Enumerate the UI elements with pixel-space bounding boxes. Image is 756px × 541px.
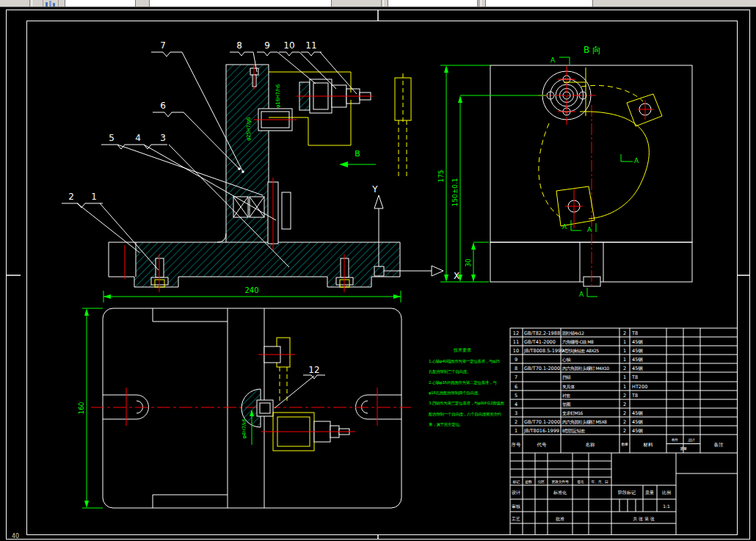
svg-text:束，属于完全定位。: 束，属于完全定位。	[429, 422, 463, 427]
toolbar-combo-color[interactable]	[149, 0, 332, 7]
svg-text:B: B	[355, 149, 360, 159]
svg-text:45钢: 45钢	[632, 428, 643, 434]
svg-text:心轴: 心轴	[561, 357, 571, 363]
svg-text:2: 2	[623, 428, 626, 434]
bom-header-unit: 单件	[671, 437, 678, 442]
svg-text:衬套: 衬套	[562, 393, 571, 399]
side-view-title: B 向	[584, 45, 601, 55]
balloon-4: 4	[135, 133, 141, 143]
svg-text:6: 6	[515, 384, 517, 390]
tb-standardize: 标准化	[553, 490, 567, 495]
tb-date: 年、月、日	[591, 479, 608, 484]
svg-text:GB/T41-2000: GB/T41-2000	[524, 339, 556, 345]
tb-scale-value: 1:1	[663, 504, 670, 509]
svg-text:1.心轴φ40端面作为第一定位基准，与φ25: 1.心轴φ40端面作为第一定位基准，与φ25	[429, 359, 501, 364]
balloon-8: 8	[236, 40, 242, 51]
balloon-10: 10	[283, 40, 294, 51]
svg-text:1: 1	[623, 384, 626, 390]
svg-text:12: 12	[513, 330, 519, 336]
svg-text:圆柱销4x12: 圆柱销4x12	[562, 330, 584, 336]
base-section	[136, 242, 400, 277]
svg-text:A型快换钻套 A8X25: A型快换钻套 A8X25	[562, 348, 599, 354]
drawing-canvas[interactable]: 40	[0, 0, 756, 541]
svg-text:2: 2	[623, 402, 626, 407]
mandrel-section	[254, 109, 297, 131]
bom-header-seq: 序号	[512, 442, 522, 448]
svg-text:3.挡销作为第三定位基准，与φ80H12圆弧面: 3.挡销作为第三定位基准，与φ80H12圆弧面	[429, 401, 504, 406]
svg-text:B型固定钻套: B型固定钻套	[562, 428, 586, 434]
ucs-y-label: Y	[371, 184, 378, 195]
fit-label-25: φ25H7/g6	[246, 117, 252, 141]
balloon-1: 1	[91, 192, 97, 202]
svg-text:45钢: 45钢	[632, 366, 643, 371]
balloon-6: 6	[160, 101, 166, 111]
toolbar-combo-linetype[interactable]	[388, 0, 478, 7]
svg-text:45钢: 45钢	[632, 339, 643, 345]
svg-text:1: 1	[623, 357, 626, 363]
svg-text:GB/T70.1-2000: GB/T70.1-2000	[524, 419, 560, 425]
toolbar-combo-lineweight[interactable]	[485, 0, 593, 7]
svg-text:2: 2	[623, 366, 626, 371]
svg-text:1: 1	[623, 339, 626, 345]
tb-stage-mark: 阶段标记	[618, 490, 636, 495]
svg-text:配合限制一个自由度，六个自由度被完全约: 配合限制一个自由度，六个自由度被完全约	[429, 412, 501, 417]
svg-text:GB/T70.1-2000: GB/T70.1-2000	[524, 366, 560, 371]
svg-text:挡销: 挡销	[562, 374, 571, 380]
balloon-9: 9	[264, 40, 270, 51]
svg-text:A: A	[579, 291, 584, 298]
toolbar-separator	[29, 0, 32, 7]
bom-row: 8GB/T70.1-2000内六角圆柱头螺钉 M4X10245钢	[515, 366, 643, 371]
svg-text:A: A	[562, 223, 567, 230]
balloon-2: 2	[68, 192, 74, 202]
tb-mass: 质量	[645, 490, 654, 495]
svg-text:JB/T8008.5-1999: JB/T8008.5-1999	[523, 348, 564, 354]
svg-text:45钢: 45钢	[632, 419, 643, 425]
svg-text:φ16孔面配合限制两个自由度。: φ16孔面配合限制两个自由度。	[429, 391, 481, 396]
bom-row: 2GB/T70.1-2000内六角圆柱头螺钉 M5X8245钢	[515, 419, 643, 425]
table-icon[interactable]	[43, 0, 59, 7]
svg-text:2: 2	[623, 410, 626, 416]
tb-change-doc: 更改文件号	[551, 479, 568, 484]
svg-text:内六角圆柱头螺钉 M4X10: 内六角圆柱头螺钉 M4X10	[562, 366, 609, 371]
svg-text:JB/T8016-1999: JB/T8016-1999	[523, 428, 559, 434]
svg-text:3: 3	[515, 410, 517, 416]
svg-text:支承钉M16: 支承钉M16	[562, 410, 583, 416]
svg-text:8: 8	[515, 366, 517, 371]
svg-text:1: 1	[623, 348, 626, 354]
svg-text:T8: T8	[631, 374, 638, 380]
bom-row: 10JB/T8008.5-1999A型快换钻套 A8X25145钢	[513, 348, 643, 354]
svg-text:11: 11	[513, 339, 519, 345]
notes-title: 技术要求	[453, 347, 471, 353]
bom-header-total: 总计	[688, 437, 695, 442]
toolbar-combo-layer[interactable]	[65, 0, 136, 7]
dim-240-text: 240	[244, 286, 258, 294]
svg-text:45钢: 45钢	[632, 348, 643, 354]
svg-text:4: 4	[515, 402, 517, 407]
svg-text:7: 7	[515, 374, 517, 380]
svg-text:T8: T8	[631, 330, 638, 336]
cad-window: 40	[0, 0, 756, 541]
svg-text:2.心轴φ16外圆面作为第二定位基准，与: 2.心轴φ16外圆面作为第二定位基准，与	[429, 380, 497, 385]
svg-text:1: 1	[623, 374, 626, 380]
svg-text:2: 2	[623, 419, 626, 425]
bom-header-weight: 重量	[680, 446, 687, 451]
bom-header-material: 材料	[643, 442, 654, 448]
svg-text:2: 2	[515, 419, 517, 425]
tb-process: 工艺	[512, 516, 520, 521]
bom-header-name: 名称	[586, 442, 596, 448]
dim-150: 150±0.1	[451, 178, 459, 206]
svg-text:A: A	[634, 157, 639, 164]
svg-text:垫圈: 垫圈	[562, 402, 571, 407]
bom-header-qty: 数量	[621, 442, 628, 446]
tb-count: 处数	[525, 479, 532, 484]
svg-text:45钢: 45钢	[632, 410, 643, 416]
svg-text:5: 5	[515, 393, 517, 399]
svg-text:φ4H7/k6: φ4H7/k6	[241, 418, 247, 438]
svg-text:10: 10	[513, 348, 519, 354]
dim-30: 30	[465, 258, 472, 267]
dim-175: 175	[437, 170, 445, 182]
svg-text:内六角圆柱头螺钉 M5X8: 内六角圆柱头螺钉 M5X8	[562, 419, 607, 425]
balloon-12: 12	[308, 365, 319, 375]
svg-text:夹具体: 夹具体	[562, 384, 575, 390]
dim-160-text: 160	[78, 402, 85, 414]
